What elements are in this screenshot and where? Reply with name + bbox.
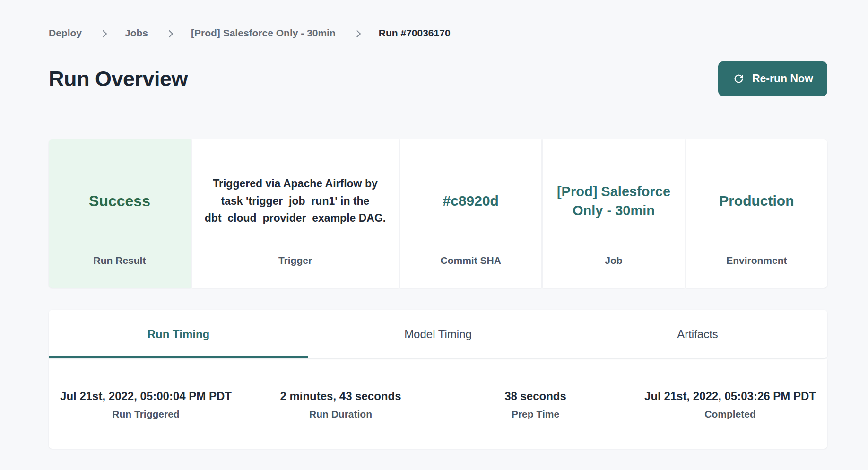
breadcrumb-jobs[interactable]: Jobs: [125, 27, 148, 39]
breadcrumb-run-number: Run #70036170: [379, 27, 451, 39]
breadcrumb-deploy[interactable]: Deploy: [49, 27, 82, 39]
rerun-now-button[interactable]: Re-run Now: [718, 61, 827, 96]
run-overview-page: Deploy Jobs [Prod] Salesforce Only - 30m…: [0, 0, 868, 449]
prep-time-value: 38 seconds: [504, 388, 566, 405]
run-timing-panel: Jul 21st, 2022, 05:00:04 PM PDT Run Trig…: [49, 359, 827, 449]
active-tab-indicator: [49, 356, 308, 358]
environment-card: Production Environment: [686, 139, 827, 288]
page-title: Run Overview: [49, 67, 188, 91]
job-label: Job: [543, 250, 684, 288]
commit-sha-card: #c8920d Commit SHA: [400, 139, 541, 288]
prep-time-cell: 38 seconds Prep Time: [438, 359, 633, 449]
commit-sha-label: Commit SHA: [400, 250, 541, 288]
job-link[interactable]: [Prod] Salesforce Only - 30min: [554, 182, 673, 220]
completed-label: Completed: [704, 409, 756, 420]
trigger-label: Trigger: [192, 250, 399, 288]
tab-run-timing[interactable]: Run Timing: [49, 310, 308, 358]
completed-value: Jul 21st, 2022, 05:03:26 PM PDT: [644, 388, 816, 405]
run-duration-value: 2 minutes, 43 seconds: [280, 388, 401, 405]
breadcrumb: Deploy Jobs [Prod] Salesforce Only - 30m…: [49, 27, 827, 39]
run-triggered-cell: Jul 21st, 2022, 05:00:04 PM PDT Run Trig…: [49, 359, 243, 449]
run-summary-row: Success Run Result Triggered via Apache …: [49, 139, 827, 288]
chevron-right-icon: [166, 30, 174, 37]
run-duration-cell: 2 minutes, 43 seconds Run Duration: [243, 359, 438, 449]
environment-label: Environment: [686, 250, 827, 288]
trigger-card: Triggered via Apache Airflow by task 'tr…: [192, 139, 399, 288]
chevron-right-icon: [354, 30, 361, 37]
header: Run Overview Re-run Now: [49, 61, 827, 96]
tab-artifacts[interactable]: Artifacts: [568, 310, 827, 358]
job-card: [Prod] Salesforce Only - 30min Job: [543, 139, 684, 288]
commit-sha-link[interactable]: #c8920d: [443, 191, 498, 210]
chevron-right-icon: [100, 30, 107, 37]
tab-model-timing[interactable]: Model Timing: [308, 310, 568, 358]
run-result-value: Success: [89, 191, 150, 211]
completed-cell: Jul 21st, 2022, 05:03:26 PM PDT Complete…: [633, 359, 827, 449]
run-detail-tabs: Run Timing Model Timing Artifacts: [49, 310, 827, 358]
prep-time-label: Prep Time: [512, 409, 559, 420]
run-triggered-value: Jul 21st, 2022, 05:00:04 PM PDT: [60, 388, 232, 405]
refresh-icon: [732, 72, 745, 85]
rerun-now-label: Re-run Now: [752, 72, 813, 85]
trigger-value: Triggered via Apache Airflow by task 'tr…: [202, 175, 388, 227]
environment-link[interactable]: Production: [719, 191, 794, 210]
breadcrumb-job-name[interactable]: [Prod] Salesforce Only - 30min: [191, 27, 336, 39]
run-duration-label: Run Duration: [309, 409, 372, 420]
run-triggered-label: Run Triggered: [112, 409, 179, 420]
run-result-label: Run Result: [49, 250, 191, 288]
run-result-card: Success Run Result: [49, 139, 191, 288]
